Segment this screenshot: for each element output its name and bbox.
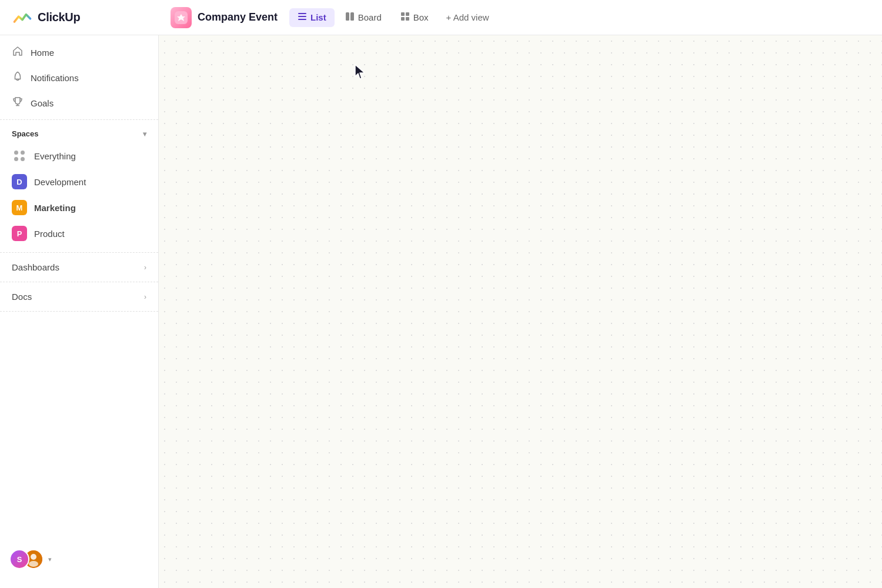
tab-box[interactable]: Box bbox=[392, 8, 437, 27]
divider-2 bbox=[0, 252, 158, 253]
svg-rect-6 bbox=[401, 12, 405, 16]
logo-area: ClickUp bbox=[12, 7, 171, 28]
tab-board-label: Board bbox=[358, 12, 382, 22]
dashboards-arrow: › bbox=[144, 263, 146, 272]
svg-rect-7 bbox=[406, 12, 409, 16]
space-marketing-label: Marketing bbox=[34, 203, 76, 213]
dot-4 bbox=[21, 157, 25, 161]
svg-rect-5 bbox=[350, 12, 354, 21]
dot-1 bbox=[14, 151, 18, 155]
svg-rect-8 bbox=[401, 17, 405, 21]
clickup-logo-icon bbox=[12, 7, 33, 28]
everything-icon bbox=[12, 148, 27, 163]
dot-3 bbox=[14, 157, 18, 161]
box-icon bbox=[400, 12, 410, 24]
divider-4 bbox=[0, 311, 158, 312]
space-marketing-avatar: M bbox=[12, 200, 27, 215]
add-view-label: + Add view bbox=[446, 12, 489, 22]
main-layout: Home Notifications bbox=[0, 35, 882, 588]
sidebar-item-marketing[interactable]: M Marketing bbox=[0, 195, 158, 220]
sidebar: Home Notifications bbox=[0, 35, 159, 588]
trophy-icon bbox=[12, 96, 24, 110]
space-product-avatar: P bbox=[12, 226, 27, 241]
docs-arrow: › bbox=[144, 293, 146, 301]
svg-rect-4 bbox=[346, 12, 349, 21]
spaces-label: Spaces bbox=[12, 129, 39, 138]
sidebar-item-product[interactable]: P Product bbox=[0, 220, 158, 246]
spaces-section-header[interactable]: Spaces ▾ bbox=[0, 123, 158, 141]
header-nav: Company Event List Board bbox=[171, 7, 870, 28]
sidebar-bottom[interactable]: S ▾ bbox=[0, 542, 158, 576]
bell-icon bbox=[12, 71, 24, 85]
project-badge: Company Event bbox=[171, 7, 278, 28]
space-everything-label: Everything bbox=[34, 151, 76, 161]
sidebar-item-goals[interactable]: Goals bbox=[0, 91, 158, 116]
top-header: ClickUp Company Event bbox=[0, 0, 882, 35]
tab-box-label: Box bbox=[413, 12, 429, 22]
app-name: ClickUp bbox=[38, 11, 80, 24]
dots-grid bbox=[14, 151, 25, 161]
sidebar-item-home-label: Home bbox=[31, 48, 54, 58]
tab-list-label: List bbox=[310, 12, 326, 22]
dashboards-label: Dashboards bbox=[12, 262, 59, 272]
spaces-list: Everything D Development M Marketing P P… bbox=[0, 141, 158, 249]
user-avatars: S bbox=[9, 549, 44, 569]
spaces-collapse-arrow: ▾ bbox=[143, 130, 146, 138]
user-avatar-primary: S bbox=[9, 549, 29, 569]
sidebar-item-everything[interactable]: Everything bbox=[0, 143, 158, 169]
svg-point-14 bbox=[31, 554, 36, 560]
sidebar-item-notifications[interactable]: Notifications bbox=[0, 65, 158, 91]
svg-rect-2 bbox=[298, 16, 306, 17]
dot-2 bbox=[21, 151, 25, 155]
mouse-cursor bbox=[354, 64, 368, 82]
board-icon bbox=[345, 12, 355, 24]
sidebar-item-docs[interactable]: Docs › bbox=[0, 286, 158, 308]
list-icon bbox=[298, 12, 307, 24]
home-icon bbox=[12, 46, 24, 59]
tab-list[interactable]: List bbox=[289, 8, 335, 27]
space-development-avatar: D bbox=[12, 174, 27, 189]
svg-point-15 bbox=[29, 561, 38, 567]
svg-rect-1 bbox=[298, 13, 306, 14]
sidebar-item-notifications-label: Notifications bbox=[31, 73, 79, 83]
content-area bbox=[159, 35, 882, 588]
add-view-button[interactable]: + Add view bbox=[439, 9, 496, 26]
tab-board[interactable]: Board bbox=[337, 8, 390, 27]
divider-3 bbox=[0, 282, 158, 282]
project-name: Company Event bbox=[198, 11, 278, 24]
space-product-label: Product bbox=[34, 229, 65, 239]
user-dropdown-arrow: ▾ bbox=[48, 556, 52, 563]
space-development-label: Development bbox=[34, 177, 86, 187]
divider-1 bbox=[0, 119, 158, 120]
sidebar-item-development[interactable]: D Development bbox=[0, 169, 158, 195]
svg-rect-9 bbox=[406, 17, 409, 21]
sidebar-item-home[interactable]: Home bbox=[0, 40, 158, 65]
sidebar-item-dashboards[interactable]: Dashboards › bbox=[0, 256, 158, 278]
docs-label: Docs bbox=[12, 292, 32, 302]
project-icon bbox=[171, 7, 192, 28]
svg-rect-3 bbox=[298, 19, 306, 20]
sidebar-item-goals-label: Goals bbox=[31, 98, 54, 108]
